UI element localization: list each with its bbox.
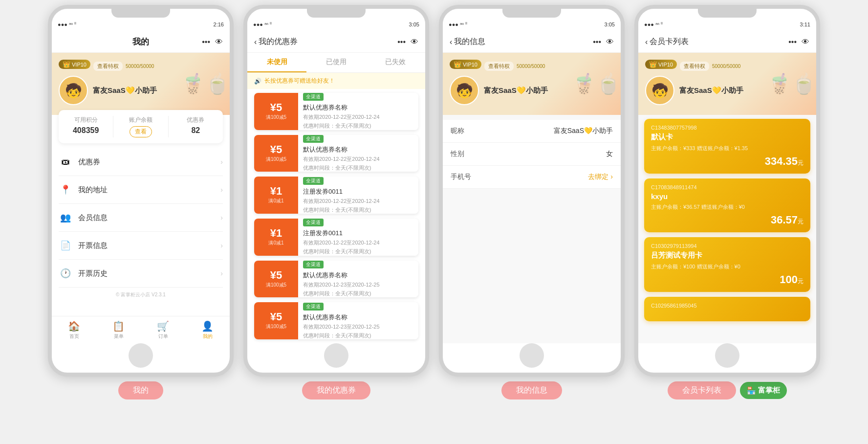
my-stats: 可用积分 408359 账户余额 查看 优惠券 82 (59, 110, 223, 143)
vip-extra-3[interactable]: 查看特权 (484, 62, 514, 71)
mine-icon: 👤 (201, 320, 214, 332)
notice-icon: 🔊 (254, 78, 261, 85)
back-btn-2[interactable]: ‹ 我的优惠券 (254, 37, 298, 47)
more-icon-3[interactable]: ••• (593, 38, 601, 46)
home-btn-4[interactable] (715, 343, 739, 368)
coupon-notice: 🔊 长按优惠券可赠送给好友！ (247, 73, 425, 89)
info-row-phone[interactable]: 手机号 去绑定 › (443, 166, 621, 189)
phone-2: ●●● ᵃⁿ ˡˡ 3:05 ‹ 我的优惠券 ••• 👁 未使用 已使用 已失效 (243, 5, 429, 377)
menu-item-invoice[interactable]: 📄 开票信息 › (59, 232, 223, 260)
version-text: © 富掌柜云小店 V2.3.1 (59, 288, 223, 302)
coupon-right-3: 全渠道 注册发券0011 有效期2020-12-22至2020-12-24 优惠… (298, 219, 418, 256)
info-label-phone: 手机号 (451, 173, 490, 181)
label-2: 我的优惠券 (302, 381, 370, 400)
coupon-item-4[interactable]: ¥5 满100减5 全渠道 默认优惠券名称 有效期2020-12-23至2020… (254, 261, 418, 298)
more-icon-4[interactable]: ••• (788, 38, 797, 46)
info-value-phone: 去绑定 › (490, 173, 613, 181)
coupon-right-4: 全渠道 默认优惠券名称 有效期2020-12-23至2020-12-25 优惠时… (298, 261, 418, 298)
stat-label-coupon: 优惠券 (169, 116, 223, 124)
nav-bar-1: 我的 ••• 👁 (52, 31, 230, 53)
phone-1: ●●● ᵃⁿ ˡˡ 2:16 我的 ••• 👁 (48, 5, 234, 377)
nav-right-1: ••• 👁 (202, 38, 223, 46)
phone-notch-4 (698, 9, 757, 18)
card-id-2: C10302979113994 (651, 243, 803, 249)
menu-item-history[interactable]: 🕐 开票历史 › (59, 260, 223, 288)
more-icon-2[interactable]: ••• (397, 38, 406, 46)
vip-badge-3[interactable]: 👑 VIP10 (450, 60, 481, 69)
arrow-icon-member: › (220, 214, 223, 222)
bg-cups-4: 🧋🍵 (767, 53, 816, 115)
coupon-amount-0: ¥5 (270, 102, 282, 113)
back-btn-3[interactable]: ‹ 我的信息 (450, 37, 485, 47)
bg-cups: 🧋🍵 (181, 53, 230, 115)
vip-extra[interactable]: 查看特权 (93, 62, 123, 71)
home-btn-3[interactable] (520, 343, 544, 368)
stat-btn-balance[interactable]: 查看 (130, 126, 152, 137)
address-icon: 📍 (59, 183, 72, 197)
member-card-2[interactable]: C10302979113994 吕芳测试专用卡 主账户余额：¥100 赠送账户余… (644, 237, 810, 292)
menu-text-history: 开票历史 (78, 269, 215, 278)
avatar-1: 🧒 (59, 76, 88, 105)
tab-unused[interactable]: 未使用 (247, 53, 306, 72)
menu-text-invoice: 开票信息 (78, 241, 215, 250)
arrow-icon-history: › (220, 269, 223, 277)
home-btn-2[interactable] (324, 343, 348, 368)
vip-badge-1[interactable]: 👑 VIP10 (59, 60, 90, 69)
eye-icon-4[interactable]: 👁 (802, 38, 809, 46)
card-info-1: 主账户余额：¥36.57 赠送账户余额：¥0 (651, 203, 803, 211)
stat-label-balance: 账户余额 (113, 116, 168, 124)
stat-coupon: 优惠券 82 (169, 116, 223, 137)
info-label-gender: 性别 (451, 150, 490, 158)
vip-badge-4[interactable]: 👑 VIP10 (645, 60, 677, 69)
coupon-item-3[interactable]: ¥1 满0减1 全渠道 注册发券0011 有效期2020-12-22至2020-… (254, 219, 418, 256)
vip-progress-3: 50000/50000 (517, 64, 545, 69)
menu-text-address: 我的地址 (78, 185, 215, 195)
arrow-icon-coupon: › (220, 158, 223, 166)
eye-icon-1[interactable]: 👁 (215, 38, 223, 46)
more-icon-1[interactable]: ••• (202, 38, 210, 46)
info-list: 昵称 富友SaaS💛小助手 性别 女 手机号 去绑定 › (443, 115, 621, 343)
footer-home[interactable]: 🏠 首页 (52, 320, 96, 340)
avatar-3: 🧒 (450, 76, 479, 105)
info-section: 昵称 富友SaaS💛小助手 性别 女 手机号 去绑定 › (443, 120, 621, 189)
coupon-item-2[interactable]: ¥1 满0减1 全渠道 注册发券0011 有效期2020-12-22至2020-… (254, 177, 418, 214)
brand-logo-badge: 🏪 富掌柜 (740, 382, 787, 399)
user-info-row: 🧒 富友SaaS💛小助手 🧋🍵 (59, 76, 223, 105)
eye-icon-2[interactable]: 👁 (411, 38, 418, 46)
nav-title-1: 我的 (132, 36, 149, 47)
member-card-1[interactable]: C17083848911474 kxyu 主账户余额：¥36.57 赠送账户余额… (644, 178, 810, 232)
card-info-2: 主账户余额：¥100 赠送账户余额：¥0 (651, 263, 803, 270)
phone-2-wrap: ●●● ᵃⁿ ˡˡ 3:05 ‹ 我的优惠券 ••• 👁 未使用 已使用 已失效 (243, 5, 429, 400)
home-btn-1[interactable] (129, 343, 153, 368)
member-card-3[interactable]: C10295861985045 (644, 297, 810, 321)
footer-order[interactable]: 🛒 订单 (141, 320, 185, 340)
coupon-item-1[interactable]: ¥5 满100减5 全渠道 默认优惠券名称 有效期2020-12-22至2020… (254, 135, 418, 172)
coupon-left-1: ¥5 满100减5 (254, 135, 298, 172)
card-id-0: C13483807757998 (651, 125, 803, 131)
footer-menu[interactable]: 📋 菜单 (96, 320, 141, 340)
tab-used[interactable]: 已使用 (306, 53, 366, 72)
nav-title-4: 会员卡列表 (650, 37, 689, 47)
menu-item-member[interactable]: 👥 会员信息 › (59, 204, 223, 232)
menu-item-address[interactable]: 📍 我的地址 › (59, 176, 223, 204)
user-info-row-4: 🧒 富友SaaS💛小助手 🧋🍵 (645, 76, 809, 105)
coupon-name-0: 默认优惠券名称 (303, 103, 413, 112)
coupon-left-0: ¥5 满100减5 (254, 93, 298, 130)
status-bar-3: ●●● ᵃⁿ ˡˡ 3:05 (443, 18, 621, 31)
menu-item-coupon[interactable]: 🎟 优惠券 › (59, 148, 223, 176)
eye-icon-3[interactable]: 👁 (606, 38, 614, 46)
tab-expired[interactable]: 已失效 (366, 53, 425, 72)
my-screen: 👑 VIP10 查看特权 50000/50000 🧒 富友SaaS💛小助手 (52, 53, 230, 343)
footer-mine[interactable]: 👤 我的 (185, 320, 230, 340)
coupon-left-5: ¥5 满100减5 (254, 302, 298, 339)
card-balance-1: 36.57元 (651, 214, 803, 226)
coupon-item-0[interactable]: ¥5 满100减5 全渠道 默认优惠券名称 有效期2020-12-22至2020… (254, 93, 418, 130)
card-name-2: 吕芳测试专用卡 (651, 251, 803, 260)
label-4: 会员卡列表 (668, 381, 736, 400)
footer-order-label: 订单 (158, 333, 168, 340)
bind-phone-action[interactable]: 去绑定 › (588, 173, 613, 180)
vip-extra-4[interactable]: 查看特权 (680, 62, 709, 71)
member-card-0[interactable]: C13483807757998 默认卡 主账户余额：¥333 赠送账户余额：¥1… (644, 119, 810, 174)
back-btn-4[interactable]: ‹ 会员卡列表 (645, 37, 689, 47)
coupon-item-5[interactable]: ¥5 满100减5 全渠道 默认优惠券名称 有效期2020-12-23至2020… (254, 302, 418, 339)
